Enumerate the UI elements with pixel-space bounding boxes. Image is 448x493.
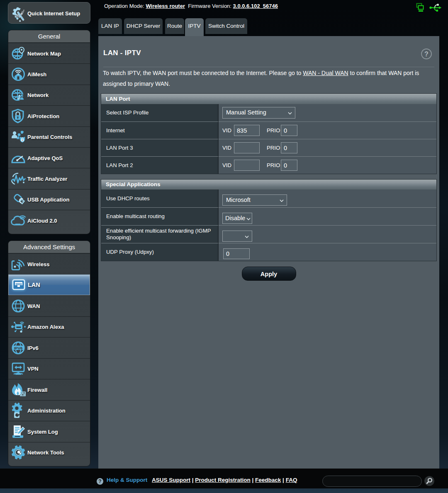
svg-text:IPV6: IPV6 <box>14 345 23 350</box>
